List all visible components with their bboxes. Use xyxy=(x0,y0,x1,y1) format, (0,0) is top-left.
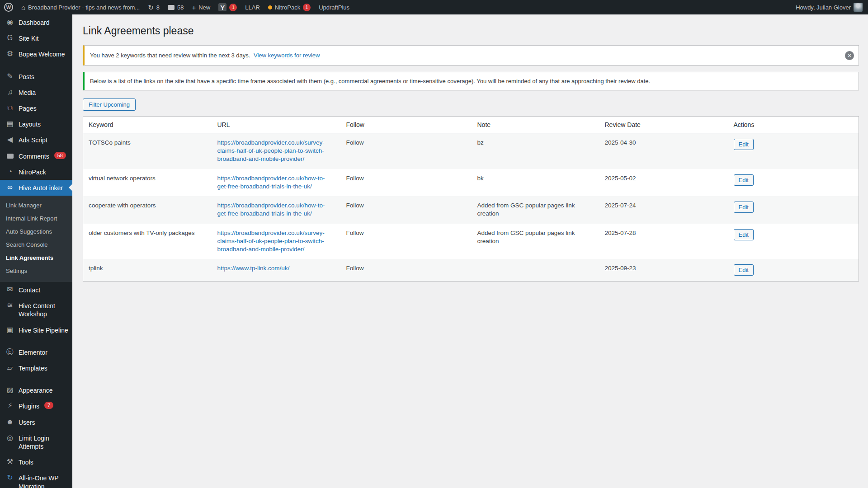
nitropack-menu[interactable]: NitroPack 1 xyxy=(264,0,315,14)
sidebar-submenu: Link ManagerInternal Link ReportAuto Sug… xyxy=(0,196,72,282)
sidebar-subitem-internal-link-report[interactable]: Internal Link Report xyxy=(0,212,72,225)
edit-button[interactable]: Edit xyxy=(734,202,754,213)
new-content-menu[interactable]: + New xyxy=(188,0,214,14)
sidebar-item-limit-login-attempts[interactable]: ◎Limit Login Attempts xyxy=(0,430,72,454)
pages-icon: ⧉ xyxy=(5,104,14,112)
sidebar-item-contact[interactable]: ✉Contact xyxy=(0,282,72,298)
sidebar-item-label: Hive Content Workshop xyxy=(19,301,69,318)
sidebar-item-label: Limit Login Attempts xyxy=(19,434,69,450)
comments-link[interactable]: 58 xyxy=(164,0,188,14)
sidebar-item-ads-script[interactable]: ◀Ads Script xyxy=(0,132,72,148)
user-icon: ☻ xyxy=(5,418,14,426)
updates-icon: ↻ xyxy=(148,4,154,11)
sidebar-item-elementor[interactable]: ⒺElementor xyxy=(0,344,72,360)
sidebar-item-pages[interactable]: ⧉Pages xyxy=(0,100,72,116)
dismiss-notice-button[interactable]: ✕ xyxy=(845,51,854,60)
table-row: TOTSCo paintshttps://broadbandprovider.c… xyxy=(83,133,859,169)
sidebar-item-layouts[interactable]: ▤Layouts xyxy=(0,116,72,132)
sidebar-item-posts[interactable]: ✎Posts xyxy=(0,69,72,84)
sidebar-item-hive-autolinker[interactable]: ∞Hive AutoLinker xyxy=(0,180,72,196)
cell-actions: Edit xyxy=(728,169,859,196)
column-header-review-date: Review Date xyxy=(599,117,728,133)
cell-actions: Edit xyxy=(728,259,859,282)
sidebar-subitem-link-agreements[interactable]: Link Agreements xyxy=(0,251,72,264)
edit-button[interactable]: Edit xyxy=(734,264,754,276)
updates-link[interactable]: ↻ 8 xyxy=(144,0,164,14)
cell-url: https://www.tp-link.com/uk/ xyxy=(212,259,341,282)
megaphone-icon: ◀ xyxy=(5,136,14,144)
cell-review-date: 2025-05-02 xyxy=(599,169,728,196)
sidebar-item-bopea-welcome[interactable]: ⚙Bopea Welcome xyxy=(0,46,72,62)
updraftplus-menu[interactable]: UpdraftPlus xyxy=(315,0,354,14)
url-link[interactable]: https://broadbandprovider.co.uk/how-to-g… xyxy=(217,175,325,190)
sidebar-item-label: Plugins xyxy=(19,402,39,410)
admin-sidebar: ◉DashboardGSite Kit⚙Bopea Welcome✎Posts♫… xyxy=(0,14,72,488)
url-link[interactable]: https://broadbandprovider.co.uk/survey-c… xyxy=(217,230,325,253)
plugin-icon: ⚡ xyxy=(5,402,14,410)
filter-upcoming-button[interactable]: Filter Upcoming xyxy=(83,99,136,111)
edit-button[interactable]: Edit xyxy=(734,139,754,150)
sidebar-item-all-in-one-wp-migration[interactable]: ↻All-in-One WP Migration xyxy=(0,470,72,488)
url-link[interactable]: https://broadbandprovider.co.uk/survey-c… xyxy=(217,139,325,162)
sidebar-item-hive-content-workshop[interactable]: ≋Hive Content Workshop xyxy=(0,298,72,322)
sidebar-item-tools[interactable]: ⚒Tools xyxy=(0,454,72,470)
cell-follow: Follow xyxy=(341,259,472,282)
sidebar-item-dashboard[interactable]: ◉Dashboard xyxy=(0,14,72,30)
cell-url: https://broadbandprovider.co.uk/survey-c… xyxy=(212,133,341,169)
edit-button[interactable]: Edit xyxy=(734,174,754,186)
yoast-notification-badge: 1 xyxy=(229,4,237,11)
cell-keyword: older customers with TV-only packages xyxy=(83,224,212,259)
sidebar-item-site-kit[interactable]: GSite Kit xyxy=(0,30,72,46)
link-agreements-table: KeywordURLFollowNoteReview DateActions T… xyxy=(83,116,859,282)
sidebar-item-label: Elementor xyxy=(19,348,47,357)
nitropack-notification-badge: 1 xyxy=(303,4,311,11)
wordpress-menu[interactable]: W xyxy=(0,0,17,14)
media-icon: ♫ xyxy=(5,88,14,96)
site-kit-icon: G xyxy=(5,34,14,42)
cell-note: Added from GSC popular pages link creati… xyxy=(472,196,599,223)
edit-button[interactable]: Edit xyxy=(734,229,754,240)
warning-text: You have 2 keywords that need review wit… xyxy=(90,52,250,59)
sidebar-item-label: Contact xyxy=(19,286,40,294)
sidebar-subitem-auto-suggestions[interactable]: Auto Suggestions xyxy=(0,225,72,238)
sidebar-subitem-search-console[interactable]: Search Console xyxy=(0,238,72,251)
sidebar-item-label: Posts xyxy=(19,72,34,81)
sidebar-subitem-link-manager[interactable]: Link Manager xyxy=(0,199,72,212)
column-header-keyword: Keyword xyxy=(83,117,212,133)
plugins-count-badge: 7 xyxy=(44,402,53,409)
home-icon: ⌂ xyxy=(21,4,25,11)
sidebar-item-appearance[interactable]: ▨Appearance xyxy=(0,382,72,398)
sidebar-item-label: Users xyxy=(19,418,35,427)
cell-review-date: 2025-07-24 xyxy=(599,196,728,223)
url-link[interactable]: https://www.tp-link.com/uk/ xyxy=(217,265,290,272)
sidebar-item-users[interactable]: ☻Users xyxy=(0,414,72,430)
plus-icon: + xyxy=(192,4,196,11)
site-name-link[interactable]: ⌂ Broadband Provider - tips and news fro… xyxy=(17,0,144,14)
page-title: Link Agreements please xyxy=(83,21,859,39)
info-notice: Below is a list of the links on the site… xyxy=(83,72,859,90)
view-keywords-link[interactable]: View keywords for review xyxy=(254,52,320,59)
tools-icon: ⚒ xyxy=(5,458,14,466)
llar-menu[interactable]: LLAR xyxy=(241,0,264,14)
sidebar-item-label: All-in-One WP Migration xyxy=(19,474,69,488)
sidebar-item-templates[interactable]: ▱Templates xyxy=(0,360,72,376)
yoast-menu[interactable]: Y 1 xyxy=(214,0,241,14)
cell-keyword: virtual network operators xyxy=(83,169,212,196)
cell-note: Added from GSC popular pages link creati… xyxy=(472,224,599,259)
table-row: cooperate with operatorshttps://broadban… xyxy=(83,196,859,223)
sidebar-item-comments[interactable]: Comments58 xyxy=(0,148,72,164)
cell-url: https://broadbandprovider.co.uk/how-to-g… xyxy=(212,196,341,223)
sidebar-item-plugins[interactable]: ⚡Plugins7 xyxy=(0,398,72,414)
sidebar-subitem-settings[interactable]: Settings xyxy=(0,264,72,277)
url-link[interactable]: https://broadbandprovider.co.uk/how-to-g… xyxy=(217,202,325,217)
sidebar-item-hive-site-pipeline[interactable]: ▣Hive Site Pipeline xyxy=(0,322,72,338)
info-text: Below is a list of the links on the site… xyxy=(90,78,650,84)
my-account-menu[interactable]: Howdy, Julian Glover xyxy=(792,0,863,14)
sidebar-item-nitropack[interactable]: ◔NitroPack xyxy=(0,164,72,180)
sidebar-item-media[interactable]: ♫Media xyxy=(0,84,72,100)
yoast-icon: Y xyxy=(218,3,226,11)
migration-icon: ↻ xyxy=(5,474,14,482)
admin-comments-count: 58 xyxy=(177,4,184,11)
cell-note: bz xyxy=(472,133,599,169)
pin-icon: ✎ xyxy=(5,72,14,80)
